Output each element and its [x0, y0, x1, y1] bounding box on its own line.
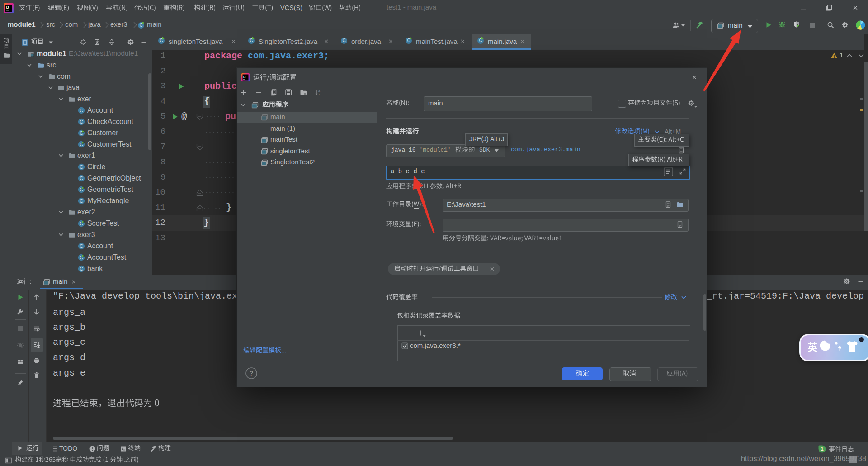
- svg-text:C: C: [80, 198, 83, 204]
- svg-text:z: z: [318, 93, 320, 96]
- svg-text:C: C: [342, 38, 345, 43]
- svg-text:?: ?: [250, 370, 253, 377]
- svg-text:C: C: [80, 266, 83, 271]
- svg-text:C: C: [80, 119, 83, 124]
- svg-text:C: C: [80, 176, 83, 181]
- svg-text:IJ: IJ: [6, 5, 9, 10]
- svg-text:1: 1: [821, 446, 823, 452]
- svg-text:a: a: [318, 89, 320, 92]
- svg-text:C: C: [80, 108, 83, 113]
- svg-text:C: C: [80, 243, 83, 249]
- svg-text:IJ: IJ: [243, 76, 246, 79]
- svg-text:C: C: [80, 164, 83, 170]
